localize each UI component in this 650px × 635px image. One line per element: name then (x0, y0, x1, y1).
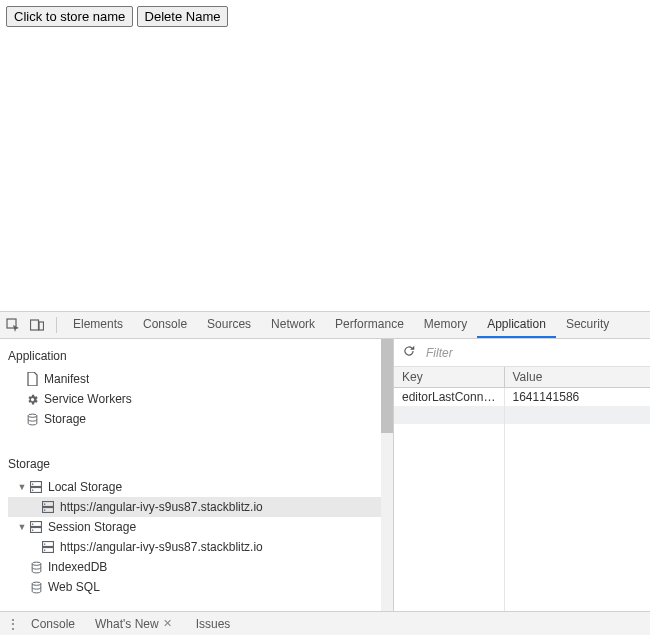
sidebar-item-label: https://angular-ivy-s9us87.stackblitz.io (60, 500, 263, 514)
tab-performance[interactable]: Performance (325, 312, 414, 338)
svg-rect-15 (32, 530, 33, 531)
app-viewport: Click to store name Delete Name (0, 0, 650, 312)
svg-rect-7 (32, 490, 33, 491)
section-title-storage: Storage (0, 447, 393, 477)
database-icon (28, 581, 44, 594)
table-row[interactable]: editorLastConnec... 1641141586 (394, 388, 650, 407)
close-icon[interactable]: ✕ (159, 617, 176, 630)
table-row-empty[interactable] (394, 406, 650, 424)
svg-rect-19 (44, 550, 45, 551)
chevron-down-icon: ▼ (16, 482, 28, 492)
sidebar-item-label: https://angular-ivy-s9us87.stackblitz.io (60, 540, 263, 554)
column-header-key[interactable]: Key (394, 367, 504, 388)
sidebar-item-label: Storage (44, 412, 86, 426)
chevron-down-icon: ▼ (16, 522, 28, 532)
tab-sources[interactable]: Sources (197, 312, 261, 338)
sidebar-item-session-storage[interactable]: ▼ Session Storage (8, 517, 393, 537)
delete-name-button[interactable]: Delete Name (137, 6, 229, 27)
devtools-tab-bar: Elements Console Sources Network Perform… (0, 312, 650, 339)
cell-key[interactable]: editorLastConnec... (394, 388, 504, 407)
gear-icon (24, 393, 40, 406)
svg-rect-6 (32, 484, 33, 485)
tab-console[interactable]: Console (133, 312, 197, 338)
kebab-menu-icon[interactable]: ⋮ (6, 617, 20, 631)
sidebar-item-storage[interactable]: Storage (8, 409, 393, 429)
devtools-drawer: ⋮ Console What's New ✕ Issues (0, 611, 650, 635)
storage-table-body (394, 424, 650, 611)
storage-toolbar (394, 339, 650, 367)
cell-value[interactable] (504, 406, 650, 424)
database-icon (28, 561, 44, 574)
sidebar-item-label: Service Workers (44, 392, 132, 406)
storage-icon (28, 521, 44, 533)
sidebar-item-label: Local Storage (48, 480, 122, 494)
manifest-icon (24, 372, 40, 386)
database-icon (24, 413, 40, 426)
svg-point-20 (32, 562, 41, 565)
sidebar-scrollbar-thumb[interactable] (381, 339, 393, 433)
column-divider[interactable] (504, 424, 505, 611)
column-header-value[interactable]: Value (504, 367, 650, 388)
storage-icon (40, 541, 56, 553)
section-title-application: Application (0, 339, 393, 369)
sidebar-item-session-storage-origin[interactable]: https://angular-ivy-s9us87.stackblitz.io (8, 537, 393, 557)
svg-rect-11 (44, 510, 45, 511)
storage-icon (28, 481, 44, 493)
svg-rect-14 (32, 524, 33, 525)
tab-security[interactable]: Security (556, 312, 619, 338)
device-toolbar-icon[interactable] (30, 318, 44, 332)
sidebar-item-label: Session Storage (48, 520, 136, 534)
filter-input[interactable] (424, 345, 642, 361)
svg-point-3 (28, 414, 37, 417)
drawer-tab-whats-new[interactable]: What's New ✕ (86, 612, 185, 635)
sidebar-item-indexeddb[interactable]: IndexedDB (8, 557, 393, 577)
sidebar-item-manifest[interactable]: Manifest (8, 369, 393, 389)
svg-point-21 (32, 582, 41, 585)
tab-elements[interactable]: Elements (63, 312, 133, 338)
drawer-tab-issues[interactable]: Issues (187, 612, 240, 635)
devtools-tabs: Elements Console Sources Network Perform… (63, 312, 619, 338)
tab-network[interactable]: Network (261, 312, 325, 338)
storage-viewer: Key Value editorLastConnec... 1641141586 (394, 339, 650, 611)
svg-rect-1 (31, 320, 39, 330)
drawer-tab-console[interactable]: Console (22, 612, 84, 635)
sidebar-item-websql[interactable]: Web SQL (8, 577, 393, 597)
sidebar-item-local-storage[interactable]: ▼ Local Storage (8, 477, 393, 497)
sidebar-item-service-workers[interactable]: Service Workers (8, 389, 393, 409)
separator (56, 317, 57, 333)
svg-rect-18 (44, 544, 45, 545)
svg-rect-10 (44, 504, 45, 505)
store-name-button[interactable]: Click to store name (6, 6, 133, 27)
tab-application[interactable]: Application (477, 312, 556, 338)
tab-memory[interactable]: Memory (414, 312, 477, 338)
drawer-tab-label: What's New (95, 617, 159, 631)
cell-value[interactable]: 1641141586 (504, 388, 650, 407)
devtools-body: Application Manifest Service Workers Sto… (0, 339, 650, 611)
sidebar-item-label: IndexedDB (48, 560, 107, 574)
inspect-element-icon[interactable] (6, 318, 20, 332)
cell-key[interactable] (394, 406, 504, 424)
sidebar-item-label: Web SQL (48, 580, 100, 594)
refresh-icon[interactable] (402, 344, 416, 361)
application-sidebar: Application Manifest Service Workers Sto… (0, 339, 394, 611)
sidebar-item-label: Manifest (44, 372, 89, 386)
storage-table: Key Value editorLastConnec... 1641141586 (394, 367, 650, 424)
sidebar-item-local-storage-origin[interactable]: https://angular-ivy-s9us87.stackblitz.io (8, 497, 393, 517)
storage-icon (40, 501, 56, 513)
svg-rect-2 (39, 322, 44, 330)
